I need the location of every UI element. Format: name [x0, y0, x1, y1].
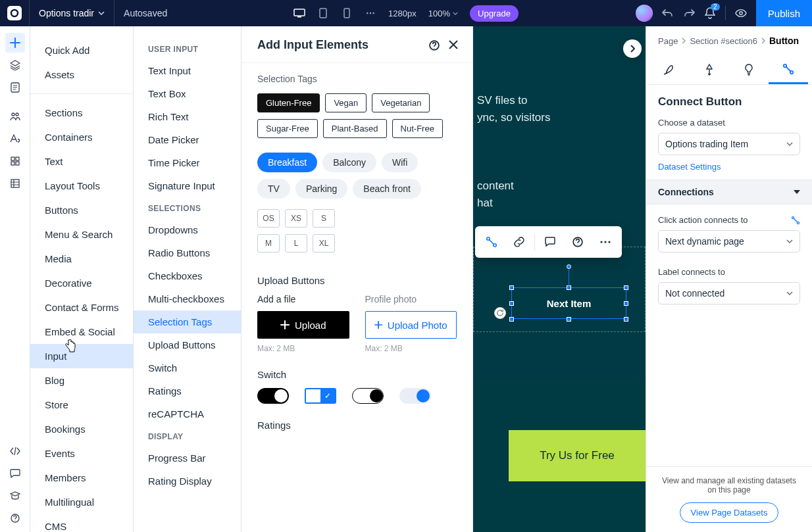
- selection-handle[interactable]: [624, 285, 628, 290]
- mobile-icon[interactable]: [341, 7, 353, 19]
- site-dropdown[interactable]: Options tradir: [30, 0, 114, 26]
- cat-embed-social[interactable]: Embed & Social: [30, 320, 133, 344]
- subcat-signature-input[interactable]: Signature Input: [134, 174, 241, 197]
- pill-tv[interactable]: TV: [257, 179, 290, 199]
- pill-parking[interactable]: Parking: [295, 179, 347, 199]
- click-action-select[interactable]: Next dynamic page: [658, 230, 800, 253]
- cat-store[interactable]: Store: [30, 393, 133, 417]
- cat-buttons[interactable]: Buttons: [30, 198, 133, 222]
- tag-gluten-free[interactable]: Gluten-Free: [257, 93, 320, 112]
- cat-events[interactable]: Events: [30, 441, 133, 466]
- zoom-dropdown[interactable]: 100%: [428, 9, 458, 18]
- canvas-expand-button[interactable]: [623, 39, 642, 58]
- subcat-dropdowns[interactable]: Dropdowns: [134, 218, 241, 241]
- breadcrumb-page[interactable]: Page: [658, 36, 678, 46]
- rail-code[interactable]: [5, 441, 25, 461]
- subcat-selection-tags[interactable]: Selection Tags: [134, 310, 241, 333]
- selection-handle[interactable]: [509, 301, 514, 306]
- pill-beach-front[interactable]: Beach front: [353, 179, 421, 199]
- cat-members[interactable]: Members: [30, 466, 133, 490]
- tag-plant-based[interactable]: Plant-Based: [323, 119, 387, 138]
- label-connects-select[interactable]: Not connected: [658, 282, 800, 304]
- subcat-ratings[interactable]: Ratings: [134, 379, 241, 402]
- tag-vegan[interactable]: Vegan: [325, 93, 367, 112]
- size-xs[interactable]: XS: [285, 209, 307, 228]
- undo-icon[interactable]: [662, 7, 674, 19]
- selection-handle[interactable]: [624, 301, 628, 306]
- cat-containers[interactable]: Containers: [30, 125, 133, 149]
- subcat-multi-checkboxes[interactable]: Multi-checkboxes: [134, 287, 241, 310]
- tag-sugar-free[interactable]: Sugar-Free: [257, 119, 318, 138]
- selection-handle[interactable]: [624, 317, 628, 322]
- size-m[interactable]: M: [257, 234, 280, 253]
- subcat-radio-buttons[interactable]: Radio Buttons: [134, 241, 241, 264]
- cat-text[interactable]: Text: [30, 149, 133, 174]
- add-panel-body[interactable]: Selection Tags Gluten-FreeVeganVegetaria…: [241, 63, 472, 532]
- tag-vegetarian[interactable]: Vegetarian: [372, 93, 430, 112]
- upload-photo-button[interactable]: Upload Photo: [365, 311, 457, 339]
- upgrade-button[interactable]: Upgrade: [470, 5, 519, 22]
- dataset-settings-link[interactable]: Dataset Settings: [658, 162, 721, 172]
- subcat-rich-text[interactable]: Rich Text: [134, 105, 241, 128]
- size-xl[interactable]: XL: [313, 234, 335, 253]
- subcat-upload-buttons[interactable]: Upload Buttons: [134, 333, 241, 356]
- cat-menu-search[interactable]: Menu & Search: [30, 222, 133, 247]
- subcat-recaptcha[interactable]: reCAPTCHA: [134, 402, 241, 425]
- avatar[interactable]: [636, 5, 653, 22]
- tab-connect-icon[interactable]: [769, 55, 808, 84]
- more-icon[interactable]: ⋯: [365, 7, 376, 19]
- switch-blue-on[interactable]: [399, 388, 431, 404]
- preview-icon[interactable]: [735, 7, 747, 19]
- switch-checkbox-blue[interactable]: ✓: [305, 388, 336, 404]
- selection-handle[interactable]: [509, 285, 514, 290]
- cat-decorative[interactable]: Decorative: [30, 271, 133, 295]
- tab-animate-icon[interactable]: [690, 55, 729, 84]
- subcat-time-picker[interactable]: Time Picker: [134, 151, 241, 174]
- size-s[interactable]: S: [313, 209, 335, 228]
- rail-pages[interactable]: [5, 78, 25, 97]
- cat-bookings[interactable]: Bookings: [30, 417, 133, 441]
- connection-indicator-icon[interactable]: [791, 216, 800, 225]
- switch-outline-off[interactable]: [352, 388, 384, 404]
- cat-cms[interactable]: CMS: [30, 514, 133, 532]
- revert-handle[interactable]: [494, 307, 506, 319]
- pill-balcony[interactable]: Balcony: [322, 153, 376, 172]
- cat-input[interactable]: Input: [30, 344, 133, 368]
- rail-apps[interactable]: [5, 151, 25, 171]
- subcat-text-box[interactable]: Text Box: [134, 82, 241, 105]
- app-logo[interactable]: [0, 0, 30, 26]
- close-icon[interactable]: [449, 40, 458, 51]
- size-l[interactable]: L: [285, 234, 307, 253]
- subcat-switch[interactable]: Switch: [134, 356, 241, 379]
- subcat-date-picker[interactable]: Date Picker: [134, 128, 241, 151]
- pill-breakfast[interactable]: Breakfast: [257, 153, 317, 172]
- tab-idea-icon[interactable]: [729, 55, 769, 84]
- notifications-icon[interactable]: 2: [704, 7, 716, 19]
- publish-button[interactable]: Publish: [756, 0, 812, 26]
- help-icon[interactable]: [429, 40, 440, 51]
- rail-typography[interactable]: [5, 129, 25, 149]
- canvas[interactable]: SV files to ync, so visitors content hat: [473, 26, 646, 532]
- rail-add[interactable]: [5, 33, 25, 53]
- rail-learn[interactable]: [5, 486, 25, 506]
- redo-icon[interactable]: [683, 7, 695, 19]
- selection-handle[interactable]: [567, 285, 571, 290]
- cat-sections[interactable]: Sections: [30, 101, 133, 125]
- rail-layers[interactable]: [5, 55, 25, 75]
- rail-data[interactable]: [5, 174, 25, 193]
- cat-multilingual[interactable]: Multilingual: [30, 490, 133, 514]
- subcat-rating-display[interactable]: Rating Display: [134, 470, 241, 493]
- switch-black-off[interactable]: [257, 388, 289, 404]
- selection-handle[interactable]: [509, 317, 514, 322]
- cat-contact-forms[interactable]: Contact & Forms: [30, 295, 133, 320]
- rotation-handle[interactable]: [567, 264, 571, 269]
- tab-design-icon[interactable]: [650, 55, 690, 84]
- pill-wifi[interactable]: Wifi: [382, 153, 418, 172]
- subcat-progress-bar[interactable]: Progress Bar: [134, 447, 241, 470]
- tablet-icon[interactable]: [317, 7, 329, 19]
- rail-users[interactable]: [5, 107, 25, 126]
- subcat-text-input[interactable]: Text Input: [134, 59, 241, 82]
- cat-blog[interactable]: Blog: [30, 368, 133, 393]
- cat-layout-tools[interactable]: Layout Tools: [30, 174, 133, 198]
- cat-assets[interactable]: Assets: [30, 62, 133, 87]
